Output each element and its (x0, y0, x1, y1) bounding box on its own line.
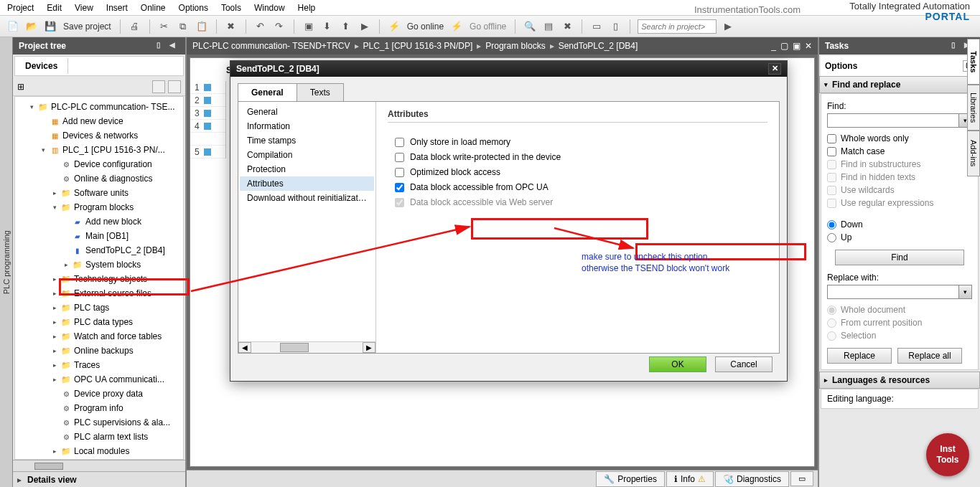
compile-icon[interactable]: ▣ (302, 19, 316, 34)
tree-item[interactable]: Add new block (15, 214, 183, 229)
expand-icon[interactable]: ▾ (51, 204, 58, 211)
addins-side-tab[interactable]: Add-ins (967, 131, 980, 176)
attribute-checkbox-row[interactable]: Data block write-protected in the device (395, 152, 767, 162)
paste-icon[interactable]: 📋 (195, 19, 209, 34)
breadcrumb-seg[interactable]: PLC_1 [CPU 1516-3 PN/DP] (363, 41, 473, 51)
sidelist-scroll[interactable]: ◀ ▶ (238, 341, 375, 353)
delete-icon[interactable]: ✖ (224, 19, 238, 34)
expand-icon[interactable]: ▾ (28, 103, 35, 110)
simulate-icon[interactable]: ▶ (358, 19, 372, 34)
side-tab-plc-programming[interactable]: PLC programming (0, 37, 13, 487)
open-project-icon[interactable]: 📂 (24, 19, 39, 34)
scroll-right-icon[interactable]: ▶ (363, 342, 375, 353)
expand-icon[interactable]: ▸ (51, 304, 58, 311)
download-icon[interactable]: ⬇ (320, 19, 335, 34)
tree-item[interactable]: PLC alarm text lists (15, 430, 183, 444)
info-tab[interactable]: ℹInfo⚠ (666, 471, 714, 487)
menu-help[interactable]: Help (298, 3, 316, 13)
replace-all-button[interactable]: Replace all (897, 348, 962, 364)
replace-button[interactable]: Replace (827, 348, 892, 364)
find-input[interactable]: ▾ (827, 113, 972, 128)
gooffline-icon[interactable]: ⚡ (449, 19, 464, 34)
tree-item[interactable]: Add new device (15, 114, 183, 128)
expand-icon[interactable]: ▸ (51, 275, 58, 283)
tree-item[interactable]: Online & diagnostics (15, 171, 183, 186)
card-icon[interactable]: ▤ (541, 19, 556, 34)
tree-item[interactable]: ▾PLC_1 [CPU 1516-3 PN/... (15, 143, 183, 157)
tree-item[interactable]: ▾Program blocks (15, 200, 183, 214)
tree-item[interactable]: Program info (15, 401, 183, 415)
breadcrumb-seg[interactable]: SendToPLC_2 [DB4] (559, 41, 638, 51)
expand-icon[interactable]: ▸ (51, 376, 58, 383)
properties-tab[interactable]: 🔧Properties (596, 471, 665, 487)
scroll-thumb[interactable] (34, 463, 63, 470)
sidelist-item[interactable]: Time stamps (240, 133, 374, 148)
expand-icon[interactable]: ▸ (51, 333, 58, 340)
pin-icon[interactable]: ▯ (951, 41, 961, 51)
sidelist-item[interactable]: General (240, 105, 374, 119)
scroll-thumb[interactable] (280, 343, 309, 352)
sidelist-item[interactable]: Download without reinitializati... (240, 191, 374, 205)
tree-item[interactable]: ▸Online backups (15, 344, 183, 358)
cancel-button[interactable]: Cancel (715, 356, 773, 372)
menu-project[interactable]: Project (7, 3, 34, 13)
up-radio[interactable]: Up (827, 232, 972, 242)
tree-item[interactable]: ▸Traces (15, 358, 183, 372)
tree-item[interactable]: Devices & networks (15, 128, 183, 143)
goonline-label[interactable]: Go online (406, 22, 445, 32)
menu-options[interactable]: Options (179, 3, 208, 13)
checkbox[interactable] (395, 168, 404, 177)
sidelist-item[interactable]: Compilation (240, 148, 374, 162)
tree-item[interactable]: ▸System blocks (15, 257, 183, 272)
undo-icon[interactable]: ↶ (253, 19, 268, 34)
menu-tools[interactable]: Tools (221, 3, 241, 13)
view-btn-2[interactable] (168, 80, 181, 93)
goonline-icon[interactable]: ⚡ (387, 19, 401, 34)
expand-icon[interactable]: ▸ (51, 189, 58, 197)
tree-item[interactable]: PLC supervisions & ala... (15, 415, 183, 430)
save-label[interactable]: Save project (62, 22, 113, 32)
split-v-icon[interactable]: ▯ (608, 19, 622, 34)
tree-item[interactable]: Device configuration (15, 157, 183, 171)
tasks-side-tab[interactable]: Tasks (967, 39, 980, 85)
match-case-check[interactable]: Match case (827, 146, 972, 156)
expand-icon[interactable]: ▸ (51, 318, 58, 326)
expand-icon[interactable]: ▸ (51, 448, 58, 455)
search-input[interactable] (638, 19, 717, 34)
redo-icon[interactable]: ↷ (272, 19, 286, 34)
expand-icon[interactable]: ▾ (39, 146, 47, 153)
menu-edit[interactable]: Edit (47, 3, 62, 13)
find-replace-header[interactable]: ▾Find and replace (819, 76, 980, 93)
cut-icon[interactable]: ✂ (157, 19, 172, 34)
pin-icon[interactable]: ▯ (157, 41, 167, 51)
details-view-header[interactable]: ▸ Details view (13, 471, 185, 487)
checkbox[interactable] (395, 138, 404, 147)
save-icon[interactable]: 💾 (43, 19, 57, 34)
close-icon[interactable]: ✕ (768, 63, 781, 75)
collapse-icon[interactable]: ◀ (169, 41, 179, 51)
tree-item[interactable]: ▸OPC UA communicati... (15, 372, 183, 387)
checkbox[interactable] (395, 153, 404, 162)
cross-icon[interactable]: ✖ (560, 19, 574, 34)
tab-texts[interactable]: Texts (297, 83, 344, 101)
sidelist-item[interactable]: Information (240, 119, 374, 133)
menu-window[interactable]: Window (254, 3, 285, 13)
menu-view[interactable]: View (75, 3, 93, 13)
tab-general[interactable]: General (238, 83, 297, 101)
attribute-checkbox-row[interactable]: Optimized block access (395, 167, 767, 177)
scroll-left-icon[interactable]: ◀ (238, 342, 251, 353)
menu-online[interactable]: Online (141, 3, 166, 13)
search-go-icon[interactable]: ▶ (721, 19, 735, 34)
tree-item[interactable]: Device proxy data (15, 387, 183, 401)
menu-insert[interactable]: Insert (106, 3, 128, 13)
breadcrumb-seg[interactable]: PLC-PLC communcation- TSEND+TRCV (192, 41, 350, 51)
tree-item[interactable]: SendToPLC_2 [DB4] (15, 243, 183, 257)
find-button[interactable]: Find (835, 250, 964, 265)
sidelist-item[interactable]: Attributes (240, 176, 374, 191)
maximize-icon[interactable]: ▣ (793, 41, 801, 51)
breadcrumb-seg[interactable]: Program blocks (485, 41, 545, 51)
attribute-checkbox-row[interactable]: Only store in load memory (395, 137, 767, 147)
ok-button[interactable]: OK (649, 356, 706, 372)
languages-header[interactable]: ▸Languages & resources (819, 372, 980, 389)
attribute-checkbox-row[interactable]: Data block accessible from OPC UA (395, 182, 767, 192)
